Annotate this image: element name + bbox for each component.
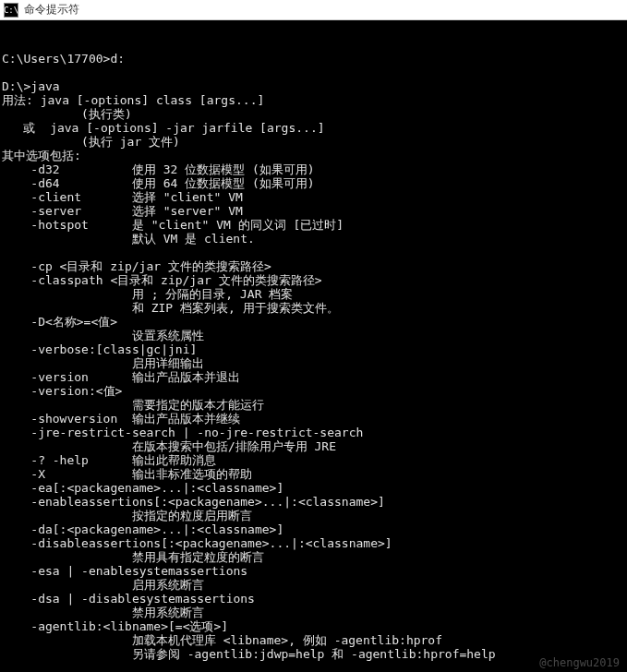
terminal-line: -da[:<packagename>...|:<classname>]	[2, 522, 625, 536]
terminal-line: 按指定的粒度启用断言	[2, 509, 625, 522]
terminal-line: 启用详细输出	[2, 356, 625, 370]
terminal-line: -server 选择 "server" VM	[2, 204, 625, 218]
terminal-line: C:\Users\17700>d:	[2, 52, 625, 66]
terminal-line: (执行类)	[2, 107, 625, 121]
terminal-line: 用法: java [-options] class [args...]	[2, 93, 625, 107]
terminal-line: -D<名称>=<值>	[2, 315, 625, 329]
terminal-line: 加载本机代理库 <libname>, 例如 -agentlib:hprof	[2, 633, 625, 647]
terminal-line: -ea[:<packagename>...|:<classname>]	[2, 481, 625, 495]
terminal-line: 需要指定的版本才能运行	[2, 398, 625, 412]
terminal-line: (执行 jar 文件)	[2, 135, 625, 149]
terminal-line: 启用系统断言	[2, 578, 625, 592]
window-title: 命令提示符	[24, 2, 79, 18]
terminal-line: 用 ; 分隔的目录, JAR 档案	[2, 287, 625, 301]
terminal-line: 默认 VM 是 client.	[2, 232, 625, 246]
terminal-line: 其中选项包括:	[2, 149, 625, 162]
terminal-line: -? -help 输出此帮助消息	[2, 453, 625, 467]
terminal-line: -classpath <目录和 zip/jar 文件的类搜索路径>	[2, 273, 625, 287]
terminal-line: -enableassertions[:<packagename>...|:<cl…	[2, 495, 625, 509]
terminal-line: -X 输出非标准选项的帮助	[2, 467, 625, 481]
cmd-icon-text: C:\	[4, 6, 18, 15]
terminal-line: 和 ZIP 档案列表, 用于搜索类文件。	[2, 301, 625, 315]
terminal-line: -client 选择 "client" VM	[2, 190, 625, 204]
terminal-line: 另请参阅 -agentlib:jdwp=help 和 -agentlib:hpr…	[2, 647, 625, 661]
terminal-line: 禁用具有指定粒度的断言	[2, 550, 625, 564]
terminal-line: -d64 使用 64 位数据模型 (如果可用)	[2, 176, 625, 190]
terminal-line: 禁用系统断言	[2, 606, 625, 619]
terminal-output[interactable]: C:\Users\17700>d:D:\>java用法: java [-opti…	[0, 20, 627, 672]
terminal-line: 设置系统属性	[2, 329, 625, 342]
terminal-line: -version 输出产品版本并退出	[2, 370, 625, 384]
terminal-line: 或 java [-options] -jar jarfile [args...]	[2, 121, 625, 135]
terminal-line: -dsa | -disablesystemassertions	[2, 592, 625, 606]
terminal-line	[2, 66, 625, 79]
terminal-line: -hotspot 是 "client" VM 的同义词 [已过时]	[2, 218, 625, 232]
terminal-line: -d32 使用 32 位数据模型 (如果可用)	[2, 162, 625, 176]
terminal-line	[2, 246, 625, 259]
terminal-line: -cp <目录和 zip/jar 文件的类搜索路径>	[2, 259, 625, 273]
terminal-line: -esa | -enablesystemassertions	[2, 564, 625, 578]
terminal-line: -agentlib:<libname>[=<选项>]	[2, 619, 625, 633]
terminal-line: D:\>java	[2, 79, 625, 93]
terminal-line: -showversion 输出产品版本并继续	[2, 412, 625, 426]
terminal-line: -jre-restrict-search | -no-jre-restrict-…	[2, 426, 625, 439]
terminal-line: -disableassertions[:<packagename>...|:<c…	[2, 536, 625, 550]
terminal-line: -version:<值>	[2, 384, 625, 398]
terminal-line: -verbose:[class|gc|jni]	[2, 342, 625, 356]
cmd-icon: C:\	[4, 3, 18, 18]
window-title-bar[interactable]: C:\ 命令提示符	[0, 0, 627, 20]
terminal-line: 在版本搜索中包括/排除用户专用 JRE	[2, 439, 625, 453]
